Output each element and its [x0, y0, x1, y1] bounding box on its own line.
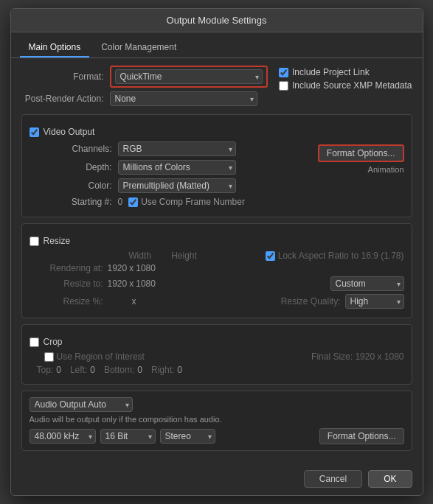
crop-section: Crop Use Region of Interest Final Size: … [21, 324, 412, 385]
depth-label: Depth: [30, 162, 118, 172]
color-row: Color: Premultiplied (Matted) [30, 178, 311, 193]
format-select-wrap: QuickTime [115, 69, 263, 84]
resize-pct-label: Resize %: [37, 296, 103, 307]
resize-checkbox[interactable] [30, 237, 39, 246]
right-label: Right: [151, 365, 174, 375]
video-format-options-button[interactable]: Format Options... [318, 144, 404, 162]
audio-output-select[interactable]: Audio Output Auto [30, 397, 133, 412]
ok-button[interactable]: OK [368, 470, 412, 488]
resize-pct-row: Resize %: x Resize Quality: High [30, 294, 404, 309]
cancel-button[interactable]: Cancel [304, 470, 362, 488]
format-select[interactable]: QuickTime [115, 69, 263, 84]
post-render-label: Post-Render Action: [21, 94, 110, 104]
video-output-header: Video Output [30, 127, 404, 137]
include-project-link-item: Include Project Link [279, 67, 412, 77]
top-checkboxes: Include Project Link Include Source XMP … [279, 67, 412, 91]
width-col-label: Width [118, 251, 162, 261]
rendering-h: 1080 [136, 263, 156, 273]
video-output-section: Video Output Channels: RGB Depth: [21, 114, 412, 217]
bottom-buttons: Cancel OK [11, 464, 423, 495]
include-source-metadata-checkbox[interactable] [279, 81, 288, 91]
crop-checkbox[interactable] [30, 337, 39, 347]
crop-values-row: Top: 0 Left: 0 Bottom: 0 Right: 0 [30, 365, 404, 375]
left-value: 0 [90, 365, 95, 375]
audio-format-options-button[interactable]: Format Options... [319, 428, 404, 444]
audio-note: Audio will be output only if the composi… [30, 415, 404, 424]
resize-to-row: Resize to: 1920 x 1080 Custom [30, 276, 404, 291]
quality-label: Resize Quality: [281, 296, 341, 307]
post-render-select-wrap: None [110, 91, 257, 106]
output-module-dialog: Output Module Settings Main Options Colo… [10, 8, 423, 496]
video-output-label: Video Output [44, 127, 95, 137]
crop-roi-row: Use Region of Interest Final Size: 1920 … [30, 351, 404, 362]
bottom-value: 0 [137, 365, 142, 375]
final-size-label: Final Size: 1920 x 1080 [311, 351, 403, 362]
use-comp-frame-label: Use Comp Frame Number [141, 197, 245, 207]
use-roi-label: Use Region of Interest [57, 351, 145, 362]
lock-aspect-checkbox[interactable] [266, 251, 275, 261]
channels-label: Channels: [30, 144, 118, 154]
top-label: Top: [37, 365, 54, 375]
include-project-link-checkbox[interactable] [279, 68, 288, 77]
include-source-metadata-label: Include Source XMP Metadata [292, 80, 412, 91]
color-select[interactable]: Premultiplied (Matted) [118, 178, 236, 193]
depth-row: Depth: Millions of Colors [30, 160, 311, 175]
rendering-label: Rendering at: [37, 263, 103, 273]
resize-label: Resize [44, 236, 71, 246]
use-roi-checkbox[interactable] [44, 352, 54, 362]
resize-to-h: 1080 [136, 279, 156, 289]
animation-label: Animation [368, 165, 404, 174]
include-project-link-label: Include Project Link [292, 67, 370, 77]
bottom-label: Bottom: [104, 365, 134, 375]
audio-section: Audio Output Auto Audio will be output o… [21, 391, 412, 451]
left-label: Left: [70, 365, 87, 375]
x-separator: x [132, 296, 136, 307]
height-col-label: Height [162, 251, 207, 261]
bit-depth-select[interactable]: 16 Bit [100, 429, 156, 444]
channels-row: Channels: RGB [30, 141, 311, 156]
resize-to-w: 1920 [108, 279, 128, 289]
channels-audio-select[interactable]: Stereo [160, 429, 215, 444]
color-label: Color: [30, 181, 118, 191]
right-value: 0 [177, 365, 182, 375]
starting-label: Starting #: [30, 197, 118, 207]
sample-rate-select[interactable]: 48.000 kHz [30, 429, 96, 444]
custom-select[interactable]: Custom [330, 276, 404, 291]
format-box: QuickTime [110, 66, 268, 88]
crop-header: Crop [30, 337, 404, 347]
channels-select[interactable]: RGB [118, 141, 236, 156]
resize-section: Resize Width Height Lock Aspect Ratio to… [21, 223, 412, 318]
quality-select[interactable]: High [345, 294, 404, 309]
top-value: 0 [56, 365, 61, 375]
rendering-row: Rendering at: 1920 x 1080 [30, 263, 404, 273]
tab-color-management[interactable]: Color Management [92, 38, 185, 57]
resize-header-row: Width Height Lock Aspect Ratio to 16:9 (… [30, 251, 404, 261]
depth-select[interactable]: Millions of Colors [118, 160, 236, 175]
main-content: Format: QuickTime Post-Render Action: No [11, 58, 423, 464]
lock-aspect-label: Lock Aspect Ratio to 16:9 (1.78) [278, 251, 404, 261]
audio-controls: 48.000 kHz 16 Bit Stereo Format Options.… [30, 428, 404, 444]
rendering-w: 1920 [108, 263, 128, 273]
include-source-metadata-item: Include Source XMP Metadata [279, 80, 412, 91]
tab-main[interactable]: Main Options [20, 38, 90, 57]
resize-to-label: Resize to: [37, 279, 103, 289]
dialog-title: Output Module Settings [11, 9, 423, 32]
audio-top: Audio Output Auto [30, 397, 404, 412]
post-render-select[interactable]: None [110, 91, 257, 106]
tabs-bar: Main Options Color Management [11, 32, 423, 58]
format-label: Format: [21, 71, 110, 82]
crop-label: Crop [44, 337, 63, 347]
starting-row: Starting #: 0 Use Comp Frame Number [30, 197, 311, 207]
resize-header: Resize [30, 236, 404, 246]
use-comp-frame-checkbox[interactable] [128, 197, 138, 207]
video-output-checkbox[interactable] [30, 127, 39, 137]
starting-value: 0 [118, 197, 123, 207]
